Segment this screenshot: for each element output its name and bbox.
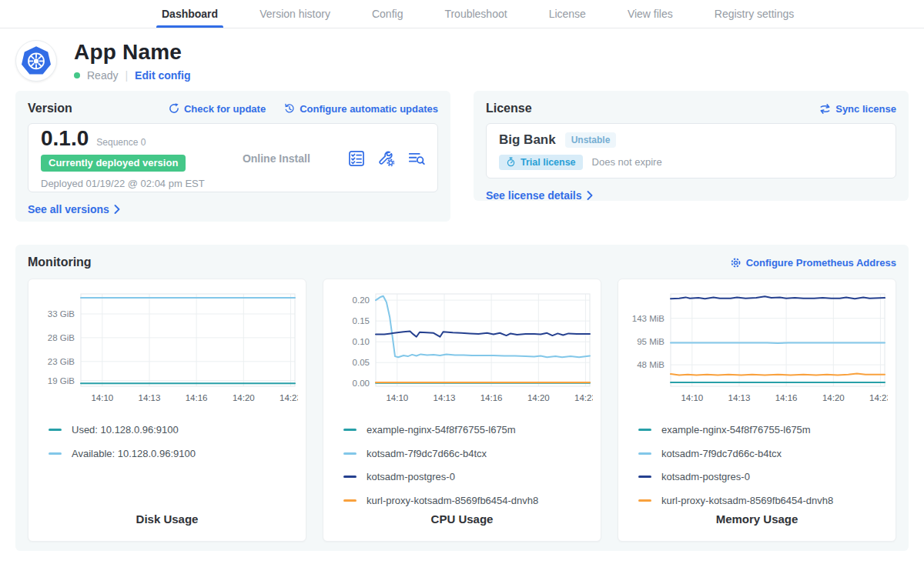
gear-icon (730, 257, 742, 269)
kubernetes-logo-icon (21, 45, 52, 76)
disk-usage-title: Disk Usage (36, 512, 298, 527)
top-navigation: DashboardVersion historyConfigTroublesho… (0, 0, 924, 28)
license-title: License (486, 102, 532, 115)
cards-row: Version Check for update Configure autom… (0, 91, 924, 222)
legend-swatch (343, 452, 357, 455)
svg-text:14:13: 14:13 (434, 393, 456, 402)
disk-usage-plot: 14:1014:1314:1614:2014:2333 GiB28 GiB23 … (36, 289, 298, 414)
legend-label: kurl-proxy-kotsadm-8569fb6454-dnvh8 (661, 495, 833, 506)
legend-label: kotsadm-postgres-0 (367, 471, 455, 482)
current-version-card: 0.1.0 Sequence 0 Currently deployed vers… (28, 123, 438, 192)
svg-text:143 MiB: 143 MiB (632, 314, 665, 323)
charts-row: 14:1014:1314:1614:2014:2333 GiB28 GiB23 … (28, 279, 896, 542)
sync-arrows-icon (819, 103, 831, 115)
preflight-checks-icon[interactable] (348, 150, 365, 167)
svg-text:0.15: 0.15 (353, 316, 370, 325)
legend-swatch (638, 429, 651, 431)
svg-text:0.20: 0.20 (353, 295, 370, 305)
svg-text:0.05: 0.05 (353, 358, 370, 367)
tab-registry-settings[interactable]: Registry settings (694, 0, 815, 28)
svg-text:14:20: 14:20 (527, 393, 550, 402)
svg-text:14:10: 14:10 (386, 393, 408, 402)
svg-text:14:16: 14:16 (480, 393, 503, 402)
legend-label: Used: 10.128.0.96:9100 (72, 424, 179, 436)
app-title-block: App Name Ready | Edit config (74, 40, 190, 82)
legend-label: Available: 10.128.0.96:9100 (72, 448, 196, 459)
license-name: Big Bank (499, 132, 556, 148)
svg-text:19 GiB: 19 GiB (48, 376, 75, 385)
configure-automatic-updates-button[interactable]: Configure automatic updates (284, 103, 438, 115)
license-panel: License Sync license Big Bank Unstable T… (474, 91, 909, 201)
edit-config-icon[interactable] (378, 150, 395, 167)
tab-troubleshoot[interactable]: Troubleshoot (424, 0, 527, 28)
legend-item: example-nginx-54f8f76755-l675m (343, 424, 593, 436)
legend-label: kotsadm-7f9dc7d66c-b4tcx (367, 448, 487, 459)
svg-text:14:23: 14:23 (574, 393, 593, 402)
check-for-update-button[interactable]: Check for update (169, 103, 266, 115)
legend-item: kotsadm-postgres-0 (343, 471, 593, 482)
deployed-timestamp: Deployed 01/19/22 @ 02:04 pm EST (41, 178, 205, 189)
configure-prometheus-button[interactable]: Configure Prometheus Address (730, 257, 896, 269)
svg-text:14:23: 14:23 (869, 393, 888, 402)
tab-config[interactable]: Config (351, 0, 424, 28)
svg-text:14:20: 14:20 (233, 393, 255, 402)
legend-item: kotsadm-7f9dc7d66c-b4tcx (638, 448, 888, 459)
cpu-usage-plot: 14:1014:1314:1614:2014:230.200.150.100.0… (331, 289, 593, 414)
nav-tabs: DashboardVersion historyConfigTroublesho… (141, 0, 815, 28)
clock-refresh-icon (284, 103, 295, 114)
tab-dashboard[interactable]: Dashboard (141, 0, 239, 28)
legend-label: kurl-proxy-kotsadm-8569fb6454-dnvh8 (367, 495, 538, 506)
svg-text:23 GiB: 23 GiB (48, 357, 75, 366)
svg-text:14:10: 14:10 (681, 393, 703, 402)
legend-label: kotsadm-postgres-0 (661, 471, 750, 482)
license-card: Big Bank Unstable Trial license Does not… (486, 123, 896, 179)
version-number: 0.1.0 (41, 128, 89, 149)
deployed-status-badge: Currently deployed version (41, 155, 186, 172)
sync-license-button[interactable]: Sync license (819, 103, 896, 115)
svg-text:0.00: 0.00 (353, 379, 370, 388)
legend-swatch (638, 476, 651, 478)
app-logo-badge (15, 40, 57, 82)
status-dot (74, 72, 80, 78)
legend-item: kurl-proxy-kotsadm-8569fb6454-dnvh8 (343, 495, 593, 506)
refresh-icon (169, 103, 179, 114)
chart-svg: 14:1014:1314:1614:2014:23143 MiB95 MiB48… (626, 289, 888, 411)
install-type-label: Online Install (243, 152, 310, 165)
see-license-details-link[interactable]: See license details (486, 189, 593, 202)
disk-usage-legend: Used: 10.128.0.96:9100Available: 10.128.… (49, 424, 298, 459)
svg-text:14:13: 14:13 (728, 393, 751, 402)
svg-text:33 GiB: 33 GiB (48, 309, 75, 319)
tab-view-files[interactable]: View files (607, 0, 694, 28)
legend-swatch (49, 452, 62, 455)
divider: | (125, 69, 128, 82)
legend-swatch (343, 476, 357, 478)
legend-swatch (343, 429, 357, 431)
legend-item: Available: 10.128.0.96:9100 (49, 448, 298, 459)
monitoring-title: Monitoring (28, 255, 92, 269)
tab-license[interactable]: License (528, 0, 607, 28)
legend-label: example-nginx-54f8f76755-l675m (367, 424, 516, 436)
cpu-usage-legend: example-nginx-54f8f76755-l675mkotsadm-7f… (343, 424, 593, 506)
app-status: Ready (87, 69, 118, 82)
legend-item: Used: 10.128.0.96:9100 (49, 424, 298, 436)
svg-text:0.10: 0.10 (353, 337, 370, 346)
tab-version-history[interactable]: Version history (239, 0, 351, 28)
cpu-usage-chart-card: 14:1014:1314:1614:2014:230.200.150.100.0… (323, 279, 601, 542)
legend-label: kotsadm-7f9dc7d66c-b4tcx (661, 448, 782, 459)
memory-usage-title: Memory Usage (626, 512, 888, 527)
stopwatch-icon (506, 157, 516, 167)
deploy-logs-icon[interactable] (408, 150, 425, 167)
legend-label: example-nginx-54f8f76755-l675m (661, 424, 811, 436)
see-all-versions-link[interactable]: See all versions (28, 203, 120, 215)
channel-badge: Unstable (565, 132, 617, 148)
svg-text:14:16: 14:16 (186, 393, 208, 402)
monitoring-panel: Monitoring Configure Prometheus Address … (15, 245, 909, 551)
chart-svg: 14:1014:1314:1614:2014:2333 GiB28 GiB23 … (36, 289, 298, 411)
legend-swatch (638, 452, 651, 455)
edit-config-link[interactable]: Edit config (135, 69, 190, 82)
chevron-right-icon (114, 205, 120, 214)
memory-usage-plot: 14:1014:1314:1614:2014:23143 MiB95 MiB48… (626, 289, 888, 414)
svg-text:14:16: 14:16 (775, 393, 798, 402)
svg-text:48 MiB: 48 MiB (637, 360, 665, 369)
cpu-usage-title: CPU Usage (331, 512, 593, 527)
